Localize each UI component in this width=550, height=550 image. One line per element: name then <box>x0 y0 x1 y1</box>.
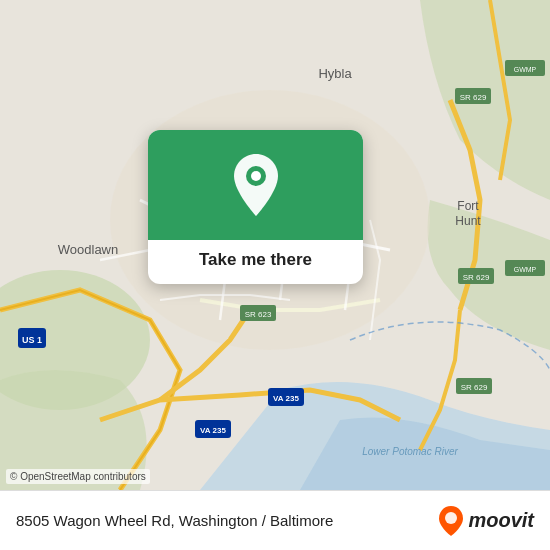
svg-point-27 <box>251 171 261 181</box>
svg-text:SR 623: SR 623 <box>245 310 272 319</box>
footer-bar: 8505 Wagon Wheel Rd, Washington / Baltim… <box>0 490 550 550</box>
svg-point-28 <box>445 512 457 524</box>
svg-text:SR 629: SR 629 <box>463 273 490 282</box>
moovit-logo: moovit <box>438 505 534 537</box>
svg-text:Hunt: Hunt <box>455 214 481 228</box>
svg-text:Lower Potomac River: Lower Potomac River <box>362 446 458 457</box>
svg-text:Fort: Fort <box>457 199 479 213</box>
popup-green-header <box>148 130 363 240</box>
svg-text:VA 235: VA 235 <box>273 394 299 403</box>
popup-card: Take me there <box>148 130 363 284</box>
svg-text:US 1: US 1 <box>22 335 42 345</box>
moovit-text: moovit <box>468 509 534 532</box>
svg-text:SR 629: SR 629 <box>460 93 487 102</box>
footer-address: 8505 Wagon Wheel Rd, Washington / Baltim… <box>16 512 428 530</box>
osm-attribution: © OpenStreetMap contributors <box>6 469 150 484</box>
location-pin-icon <box>230 152 282 218</box>
svg-text:VA 235: VA 235 <box>200 426 226 435</box>
address-text: 8505 Wagon Wheel Rd, Washington / Baltim… <box>16 512 333 529</box>
svg-text:Hybla: Hybla <box>318 66 352 81</box>
map-container: US 1 VA 235 VA 235 SR 623 SR 629 SR 629 … <box>0 0 550 490</box>
moovit-pin-icon <box>438 505 464 537</box>
take-me-there-button[interactable]: Take me there <box>199 250 312 270</box>
svg-text:Woodlawn: Woodlawn <box>58 242 118 257</box>
svg-text:SR 629: SR 629 <box>461 383 488 392</box>
popup-button-section[interactable]: Take me there <box>148 240 363 284</box>
svg-text:GWMP: GWMP <box>514 66 537 73</box>
svg-text:GWMP: GWMP <box>514 266 537 273</box>
